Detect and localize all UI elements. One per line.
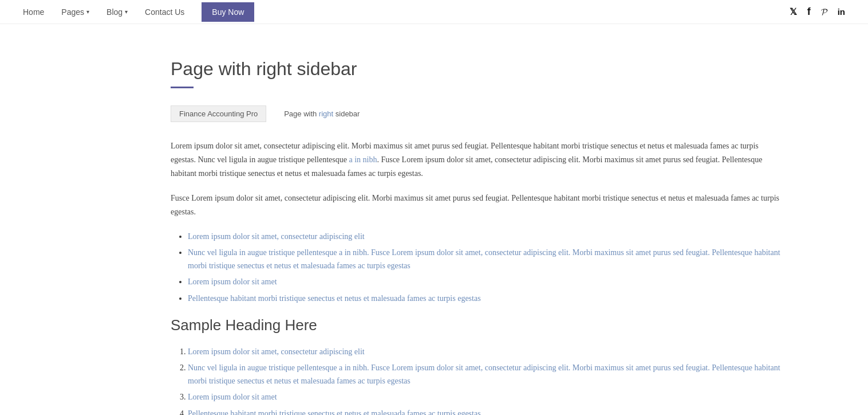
nav-links: Home Pages ▾ Blog ▾ Contact Us Buy Now (23, 2, 790, 22)
list-item-link[interactable]: Nunc vel ligula in augue tristique pelle… (188, 248, 780, 269)
breadcrumb-home[interactable]: Finance Accounting Pro (171, 105, 266, 122)
ordered-list: Lorem ipsum dolor sit amet, consectetur … (171, 346, 783, 415)
list-item-link[interactable]: Lorem ipsum dolor sit amet (188, 393, 277, 401)
list-item-link[interactable]: Lorem ipsum dolor sit amet, consectetur … (188, 347, 365, 356)
page-title: Page with right sidebar (171, 58, 783, 80)
breadcrumb-separator (266, 109, 284, 118)
list-item: Lorem ipsum dolor sit amet (188, 391, 783, 404)
list-item: Nunc vel ligula in augue tristique pelle… (188, 362, 783, 387)
list-item: Lorem ipsum dolor sit amet, consectetur … (188, 230, 783, 243)
nav-pages-dropdown[interactable]: Pages ▾ (61, 7, 89, 17)
social-links: 𝕏 f 𝓟 in (790, 6, 845, 18)
breadcrumb-current: Page with right sidebar (284, 109, 360, 118)
chevron-down-icon: ▾ (86, 9, 89, 15)
section-heading: Sample Heading Here (171, 316, 783, 334)
title-underline (171, 87, 194, 88)
nav-contact[interactable]: Contact Us (145, 7, 184, 17)
nav-blog[interactable]: Blog (106, 7, 123, 17)
body-paragraph-2: Fusce Lorem ipsum dolor sit amet, consec… (171, 191, 783, 219)
list-item: Nunc vel ligula in augue tristique pelle… (188, 246, 783, 272)
buy-now-button[interactable]: Buy Now (202, 2, 254, 22)
list-item-link[interactable]: Lorem ipsum dolor sit amet (188, 277, 277, 286)
pinterest-icon[interactable]: 𝓟 (821, 7, 827, 17)
list-item-link[interactable]: Pellentesque habitant morbi tristique se… (188, 294, 481, 303)
main-nav: Home Pages ▾ Blog ▾ Contact Us Buy Now 𝕏… (0, 0, 868, 24)
linkedin-icon[interactable]: in (838, 7, 845, 17)
nav-blog-dropdown[interactable]: Blog ▾ (106, 7, 128, 17)
list-item: Lorem ipsum dolor sit amet, consectetur … (188, 346, 783, 358)
main-content: Page with right sidebar Finance Accounti… (62, 24, 806, 415)
inline-link-1[interactable]: a in nibh (349, 155, 377, 164)
nav-home[interactable]: Home (23, 7, 44, 17)
facebook-icon[interactable]: f (807, 6, 811, 18)
list-item-link[interactable]: Pellentesque habitant morbi tristique se… (188, 409, 481, 416)
chevron-down-icon: ▾ (125, 9, 128, 15)
twitter-icon[interactable]: 𝕏 (790, 6, 797, 17)
nav-pages[interactable]: Pages (61, 7, 84, 17)
breadcrumb: Finance Accounting Pro Page with right s… (171, 105, 783, 122)
bullet-list: Lorem ipsum dolor sit amet, consectetur … (171, 230, 783, 305)
list-item: Lorem ipsum dolor sit amet (188, 276, 783, 288)
list-item: Pellentesque habitant morbi tristique se… (188, 408, 783, 416)
body-paragraph-1: Lorem ipsum dolor sit amet, consectetur … (171, 139, 783, 180)
list-item-link[interactable]: Lorem ipsum dolor sit amet, consectetur … (188, 232, 365, 241)
list-item: Pellentesque habitant morbi tristique se… (188, 292, 783, 305)
breadcrumb-link[interactable]: right (319, 109, 333, 118)
list-item-link[interactable]: Nunc vel ligula in augue tristique pelle… (188, 363, 780, 385)
